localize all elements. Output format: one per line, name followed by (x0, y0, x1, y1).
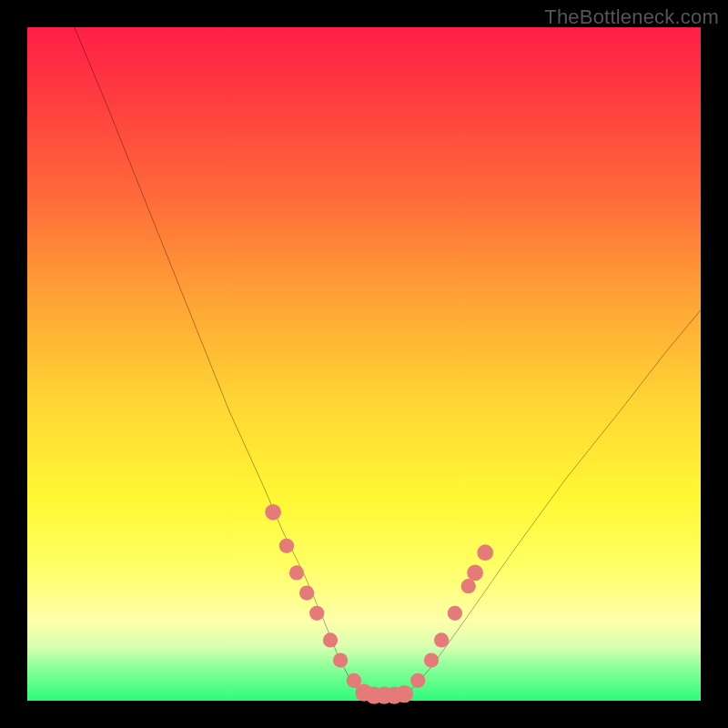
data-marker (396, 685, 413, 703)
data-marker (309, 606, 324, 621)
data-marker (477, 544, 493, 561)
watermark-text: TheBottleneck.com (544, 5, 719, 29)
data-marker (333, 652, 348, 667)
bottleneck-curve (75, 27, 701, 697)
data-marker (467, 565, 483, 581)
curve-group (75, 27, 701, 697)
plot-area (27, 27, 701, 701)
data-marker (323, 632, 338, 647)
data-marker (461, 579, 476, 593)
marker-group (265, 504, 493, 704)
data-marker (265, 504, 281, 521)
curve-svg (27, 27, 701, 701)
data-marker (448, 606, 462, 621)
data-marker (289, 565, 304, 580)
data-marker (424, 652, 439, 667)
chart-frame: TheBottleneck.com (0, 0, 728, 728)
data-marker (434, 632, 449, 647)
data-marker (279, 539, 294, 553)
data-marker (299, 585, 314, 600)
data-marker (410, 673, 425, 688)
